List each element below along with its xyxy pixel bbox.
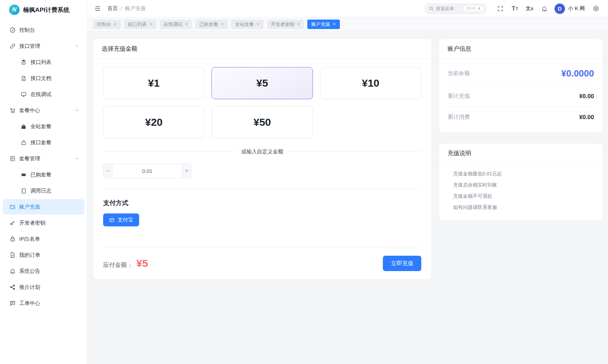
payment-method-title: 支付方式 <box>103 199 421 207</box>
sidebar-item-label: 在线调试 <box>30 91 79 98</box>
menu-fold-icon[interactable] <box>94 5 101 12</box>
link-icon <box>9 43 16 50</box>
key-icon <box>9 220 16 226</box>
handbag-icon <box>20 123 27 130</box>
app-title: 楠枫API计费系统 <box>23 6 70 14</box>
amount-option-5-selected[interactable]: ¥5 <box>212 67 313 99</box>
sidebar-menu: 控制台 接口管理 接口列表 接口文档 在线调试 套餐中心 全站套餐 <box>0 20 87 364</box>
total-spend-value: ¥0.00 <box>579 114 594 121</box>
close-icon[interactable]: ✕ <box>185 22 188 27</box>
sidebar-item-api-list[interactable]: 接口列表 <box>3 54 84 70</box>
user-menu[interactable]: D 小 K 网 <box>555 3 585 14</box>
breadcrumb-separator: / <box>121 6 122 12</box>
custom-amount-input[interactable] <box>113 164 182 178</box>
tab-online-debug[interactable]: 在线调试✕ <box>160 20 192 29</box>
search-input[interactable] <box>436 6 461 11</box>
recharge-submit-button[interactable]: 立即充值 <box>383 256 421 271</box>
gauge-icon <box>9 27 16 34</box>
close-icon[interactable]: ✕ <box>221 22 224 27</box>
alipay-button[interactable]: 支付宝 <box>103 213 139 226</box>
tab-api-list[interactable]: 接口列表✕ <box>124 20 156 29</box>
sidebar-item-label: IP白名单 <box>19 236 79 242</box>
recharge-card: 选择充值金额 ¥1 ¥5 ¥10 ¥20 ¥50 或输入自定义金额 − + 支付… <box>93 39 431 279</box>
notification-bell-icon[interactable] <box>538 3 550 15</box>
account-row-balance: 当前余额 ¥0.0000 <box>448 61 594 86</box>
sidebar-item-label: 全站套餐 <box>30 123 79 130</box>
tab-developer-keys[interactable]: 开发者密钥✕ <box>267 20 304 29</box>
sidebar-item-purchased-packages[interactable]: 已购套餐 <box>3 167 84 182</box>
shortcut-badge: Ctrl K <box>463 5 484 12</box>
sidebar: N 楠枫API计费系统 控制台 接口管理 接口列表 接口文档 在线调试 套餐中心 <box>0 0 87 364</box>
stepper-minus-button[interactable]: − <box>103 164 113 178</box>
sidebar-item-label: 开发者密钥 <box>19 220 79 226</box>
breadcrumb-home[interactable]: 首页 <box>107 5 118 12</box>
sidebar-item-label: 接口文档 <box>30 75 79 82</box>
sidebar-item-referral-program[interactable]: 推介计划 <box>3 279 84 295</box>
note-item: 充值金额不可退款 <box>453 193 594 199</box>
close-icon[interactable]: ✕ <box>256 22 259 27</box>
amount-option-10[interactable]: ¥10 <box>320 67 421 99</box>
sidebar-item-announcements[interactable]: 系统公告 <box>3 263 84 279</box>
sidebar-item-developer-keys[interactable]: 开发者密钥 <box>3 215 84 231</box>
sidebar-group-api-management[interactable]: 接口管理 <box>3 38 84 54</box>
amount-option-1[interactable]: ¥1 <box>103 67 205 99</box>
page-content: 选择充值金额 ¥1 ¥5 ¥10 ¥20 ¥50 或输入自定义金额 − + 支付… <box>87 31 608 364</box>
sidebar-item-site-packages[interactable]: 全站套餐 <box>3 119 84 134</box>
lock-icon <box>9 236 16 242</box>
breadcrumb-current: 账户充值 <box>125 5 146 12</box>
sidebar-item-label: 推介计划 <box>19 284 79 291</box>
account-row-total-recharge: 累计充值 ¥0.00 <box>448 86 594 107</box>
sidebar-item-label: 调用日志 <box>30 188 79 194</box>
tab-site-packages[interactable]: 全站套餐✕ <box>231 20 263 29</box>
sidebar-item-call-logs[interactable]: 调用日志 <box>3 183 84 198</box>
file-list-icon <box>9 155 16 162</box>
sidebar-item-label: 工单中心 <box>19 300 79 307</box>
note-item: 充值金额最低0.01元起 <box>453 171 594 177</box>
sidebar-item-api-packages[interactable]: 接口套餐 <box>3 135 84 150</box>
tab-account-recharge[interactable]: 账户充值✕ <box>307 20 339 29</box>
close-icon[interactable]: ✕ <box>332 22 336 27</box>
notebook-icon <box>20 188 27 194</box>
sidebar-item-online-debug[interactable]: 在线调试 <box>3 87 84 102</box>
note-item: 充值后余额实时到账 <box>453 182 594 188</box>
sidebar-item-ticket-center[interactable]: 工单中心 <box>3 296 84 311</box>
fullscreen-icon[interactable] <box>494 3 506 15</box>
settings-gear-icon[interactable] <box>590 3 602 15</box>
sidebar-group-package-management[interactable]: 套餐管理 <box>3 151 84 166</box>
amount-option-20[interactable]: ¥20 <box>103 106 205 138</box>
breadcrumb: 首页 / 账户充值 <box>107 5 146 12</box>
cart-icon <box>9 107 16 114</box>
recharge-notes-card: 充值说明 充值金额最低0.01元起 充值后余额实时到账 充值金额不可退款 如有问… <box>439 144 602 220</box>
document-icon <box>20 75 27 82</box>
sidebar-group-package-center[interactable]: 套餐中心 <box>3 103 84 118</box>
sidebar-item-label: 账户充值 <box>19 204 79 210</box>
bell-icon <box>9 268 16 275</box>
share-icon <box>9 284 16 291</box>
recharge-card-title: 选择充值金额 <box>93 39 431 59</box>
payable-label: 应付金额： <box>103 261 133 269</box>
sidebar-item-ip-whitelist[interactable]: IP白名单 <box>3 231 84 247</box>
tab-dashboard[interactable]: 控制台✕ <box>93 20 121 29</box>
close-icon[interactable]: ✕ <box>114 22 117 27</box>
translate-icon[interactable]: 文A <box>524 3 536 15</box>
wallet-icon <box>9 204 16 210</box>
card-icon <box>109 217 115 223</box>
sidebar-item-account-recharge[interactable]: 账户充值 <box>3 199 84 214</box>
close-icon[interactable]: ✕ <box>149 22 152 27</box>
account-info-card: 账户信息 当前余额 ¥0.0000 累计充值 ¥0.00 累计消费 ¥0.00 <box>439 39 602 132</box>
sidebar-item-dashboard[interactable]: 控制台 <box>3 22 84 38</box>
current-balance-value: ¥0.0000 <box>561 68 594 79</box>
sidebar-item-my-orders[interactable]: 我的订单 <box>3 247 84 263</box>
sidebar-item-api-docs[interactable]: 接口文档 <box>3 71 84 86</box>
font-size-icon[interactable]: TT <box>509 3 521 15</box>
account-row-total-spend: 累计消费 ¥0.00 <box>448 107 594 128</box>
total-recharge-value: ¥0.00 <box>579 93 594 100</box>
tab-purchased-packages[interactable]: 已购套餐✕ <box>195 20 228 29</box>
divider <box>103 189 421 189</box>
tab-bar: 控制台✕ 接口列表✕ 在线调试✕ 已购套餐✕ 全站套餐✕ 开发者密钥✕ 账户充值… <box>87 17 608 31</box>
close-icon[interactable]: ✕ <box>297 22 300 27</box>
sidebar-item-label: 接口套餐 <box>30 139 79 146</box>
amount-option-50[interactable]: ¥50 <box>212 106 313 138</box>
menu-search[interactable]: Ctrl K <box>424 3 487 14</box>
stepper-plus-button[interactable]: + <box>182 164 191 178</box>
